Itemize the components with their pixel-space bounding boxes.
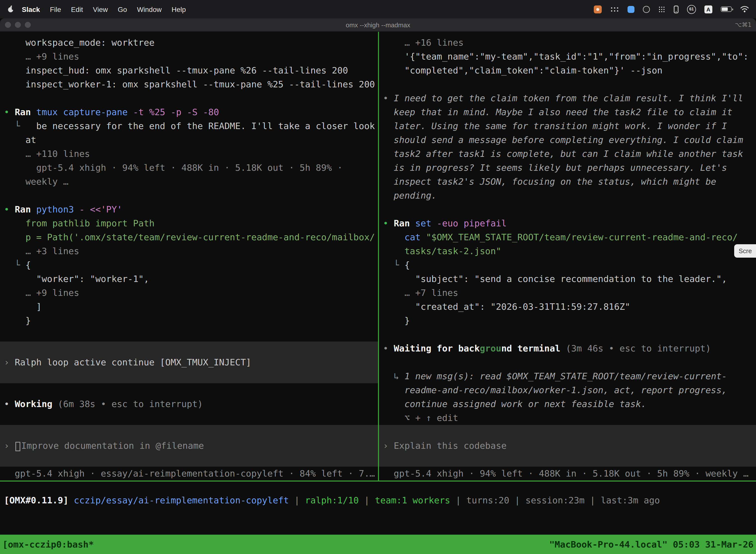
menu-item-window[interactable]: Window — [137, 5, 162, 13]
wifi-icon[interactable] — [740, 6, 749, 12]
menu-item-file[interactable]: File — [50, 5, 61, 13]
window-title-bar[interactable]: omx --xhigh --madmax ⌥⌘1 — [0, 18, 756, 32]
text-segment: python3 — [36, 204, 79, 214]
text-segment: "created_at": "2026-03-31T11:59:27.816Z" — [383, 301, 630, 312]
menu-item-help[interactable]: Help — [172, 5, 186, 13]
text-segment: '{"team_name":"my-team","task_id":"1","f… — [383, 51, 749, 62]
text-segment: be necessary for the end of the README. … — [36, 121, 375, 131]
text-segment: └ — [383, 260, 404, 270]
terminal-line: … +110 lines — [0, 147, 378, 161]
terminal-window: omx --xhigh --madmax ⌥⌘1 workspace_mode:… — [0, 18, 756, 554]
keyboard-grid-icon[interactable] — [610, 6, 619, 12]
dots-grid-icon[interactable] — [658, 6, 665, 13]
text-segment: tmux capture-pane — [36, 107, 133, 117]
terminal-band-line — [0, 425, 378, 439]
text-segment: nd terminal — [501, 343, 566, 353]
terminal-line — [0, 189, 378, 203]
tmux-panes: workspace_mode: worktree … +9 lines insp… — [0, 32, 756, 481]
text-segment: inspect_hud: omx sparkshell --tmux-pane … — [4, 65, 348, 75]
horizontal-pane-border — [0, 481, 756, 482]
omx-status-line: [OMX#0.11.9] cczip/essay/ai-reimplementa… — [0, 493, 756, 507]
text-segment: inspect task2's JSON, focusing on the st… — [383, 176, 716, 187]
text-segment: | — [585, 495, 601, 505]
text-segment: weekly … — [4, 176, 68, 187]
terminal-line: • Ran python3 - <<'PY' — [0, 203, 378, 216]
terminal-line: keep that in mind. Maybe I also need the… — [379, 105, 756, 119]
terminal-line: └ { — [379, 258, 756, 272]
terminal-line: tasks/task-2.json" — [379, 244, 756, 258]
right-terminal-pane[interactable]: … +16 lines '{"team_name":"my-team","tas… — [379, 32, 756, 481]
text-segment: gpt-5.4 xhigh · 94% left · 488K in · 5.1… — [4, 162, 342, 173]
input-source-icon[interactable]: A — [704, 5, 712, 13]
text-segment: -euo pipefail — [437, 218, 507, 228]
text-segment: | — [289, 495, 305, 505]
text-segment: • — [4, 107, 15, 117]
terminal-line: gpt-5.4 xhigh · essay/ai-reimplementatio… — [0, 466, 378, 481]
device-mirroring-icon[interactable] — [674, 5, 679, 13]
terminal-line: inspect_worker-1: omx sparkshell --tmux-… — [0, 77, 378, 91]
terminal-line: pending. — [379, 189, 756, 203]
apple-menu-icon[interactable] — [7, 5, 15, 13]
terminal-line: … +7 lines — [379, 286, 756, 300]
minimize-button[interactable] — [15, 22, 21, 28]
text-segment: later. Using the same for transition mig… — [383, 121, 727, 131]
terminal-line: later. Using the same for transition mig… — [379, 119, 756, 133]
text-segment: keep that in mind. Maybe I also need the… — [383, 107, 733, 117]
text-segment: 1 new msg(s): read $OMX_TEAM_STATE_ROOT/… — [404, 371, 727, 381]
text-segment: inspect_worker-1: omx sparkshell --tmux-… — [4, 79, 375, 89]
close-button[interactable] — [5, 22, 11, 28]
text-segment: I need to get the claim token from the c… — [394, 93, 743, 103]
text-segment: | — [359, 495, 375, 505]
battery-icon[interactable] — [721, 6, 732, 12]
bottom-filler — [0, 507, 756, 535]
terminal-line: inspect_hud: omx sparkshell --tmux-pane … — [0, 63, 378, 77]
text-segment: … +3 lines — [4, 246, 79, 256]
terminal-line: is in progress? It seems likely but perh… — [379, 161, 756, 175]
menu-item-go[interactable]: Go — [118, 5, 127, 13]
terminal-line: gpt-5.4 xhigh · 94% left · 488K in · 5.1… — [379, 466, 756, 481]
terminal-line — [0, 383, 378, 397]
text-segment: "completed","claim_token":"claim-token"}… — [383, 65, 663, 75]
battery-percent-icon[interactable]: 61 — [687, 5, 696, 14]
text-segment: … +9 lines — [4, 287, 79, 298]
terminal-band-line — [379, 453, 756, 466]
raycast-icon[interactable] — [628, 6, 634, 13]
window-title: omx --xhigh --madmax — [0, 21, 756, 29]
text-segment: team:1 workers — [375, 495, 450, 505]
terminal-line — [379, 77, 756, 91]
terminal-line: cat "$OMX_TEAM_STATE_ROOT/team/review-cu… — [379, 230, 756, 244]
text-segment: -t %25 -p -S -80 — [133, 107, 219, 117]
battery-percent-value: 61 — [689, 7, 694, 11]
text-segment: … +110 lines — [4, 149, 90, 159]
zoom-button[interactable] — [25, 22, 31, 28]
text-segment: task2 after task1 is complete, but can I… — [383, 149, 743, 159]
terminal-line — [0, 328, 378, 341]
menu-item-edit[interactable]: Edit — [71, 5, 83, 13]
text-segment: should send a message before completing … — [383, 134, 743, 145]
text-segment: › — [4, 357, 15, 367]
text-segment: (3m 46s • esc to interrupt) — [566, 343, 711, 353]
screen-share-popup[interactable]: Scre — [734, 244, 756, 258]
app-circle-icon[interactable] — [643, 6, 650, 13]
terminal-line: p = Path('.omx/state/team/review-current… — [0, 230, 378, 244]
terminal-line: from pathlib import Path — [0, 216, 378, 230]
terminal-line: └ { — [0, 258, 378, 272]
terminal-line: • I need to get the claim token from the… — [379, 91, 756, 105]
terminal-line: '{"team_name":"my-team","task_id":"1","f… — [379, 50, 756, 63]
text-segment: • — [383, 93, 394, 103]
left-terminal-pane[interactable]: workspace_mode: worktree … +9 lines insp… — [0, 32, 378, 481]
menu-item-slack[interactable]: Slack — [22, 5, 40, 13]
text-segment: • — [383, 218, 394, 228]
menu-item-view[interactable]: View — [93, 5, 108, 13]
terminal-line: "created_at": "2026-03-31T11:59:27.816Z" — [379, 300, 756, 314]
text-segment: Waiting for back — [394, 343, 480, 353]
screen-recording-indicator-icon[interactable] — [594, 5, 602, 13]
window-shortcut-badge: ⌥⌘1 — [735, 21, 752, 28]
text-segment: | — [509, 495, 525, 505]
terminal-line: continue assigned work or next feasible … — [379, 397, 756, 411]
terminal-line: "subject": "send a concise recommendatio… — [379, 272, 756, 286]
terminal-line: readme-and-reco/mailbox/worker-1.json, a… — [379, 383, 756, 397]
text-segment: tasks/task-2.json" — [383, 246, 501, 256]
text-segment: "$OMX_TEAM_STATE_ROOT/team/review-curren… — [426, 232, 738, 242]
text-segment: readme-and-reco/mailbox/worker-1.json, a… — [383, 385, 727, 395]
